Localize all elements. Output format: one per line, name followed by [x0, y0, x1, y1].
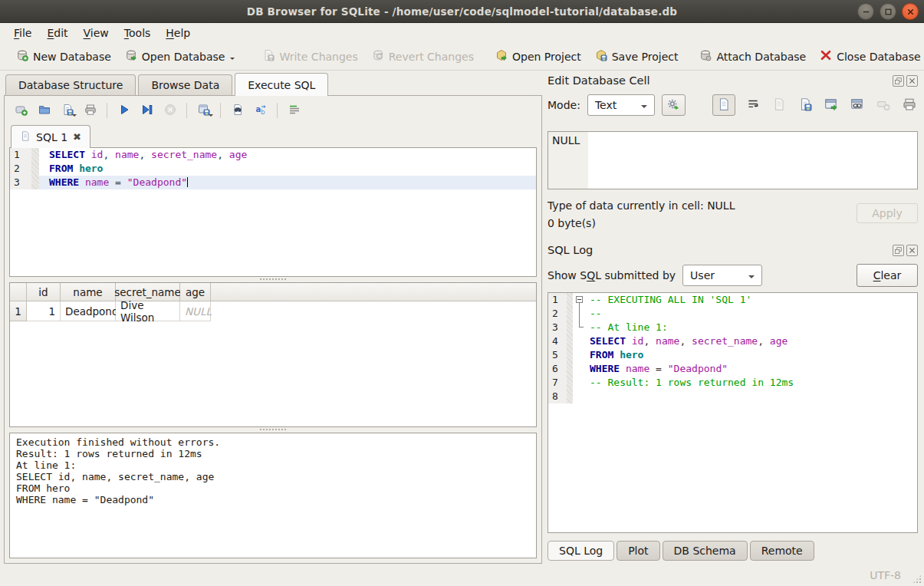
float-dock-icon[interactable]: [893, 75, 904, 87]
close-dock-icon[interactable]: [906, 75, 918, 87]
window-title: DB Browser for SQLite - /home/user/code/…: [247, 5, 677, 18]
find-replace-button[interactable]: [227, 101, 248, 120]
execute-current-line-icon: [141, 104, 153, 118]
export-data-button[interactable]: [797, 96, 814, 114]
chevron-down-icon[interactable]: [209, 114, 213, 119]
float-dock-icon[interactable]: [893, 245, 904, 256]
minimize-button[interactable]: [857, 3, 874, 20]
main-area: Database StructureBrowse DataExecute SQL…: [0, 71, 924, 564]
table-cell[interactable]: NULL: [180, 301, 211, 321]
sql-log-view[interactable]: 1-- EXECUTING ALL IN 'SQL 1'2--3-- At li…: [547, 292, 918, 533]
save-results-button[interactable]: [193, 101, 214, 120]
code-text: -- Result: 1 rows returned in 12ms: [587, 376, 917, 390]
collapse-icon[interactable]: [576, 296, 583, 303]
save-sql-file-button[interactable]: [57, 101, 77, 120]
maximize-button[interactable]: [880, 3, 896, 20]
fold-margin: [567, 376, 573, 390]
open-sql-file-button[interactable]: [34, 101, 54, 120]
sql-tab[interactable]: SQL 1 ✖: [11, 125, 90, 148]
chevron-down-icon: [641, 105, 647, 111]
cell-value-editor[interactable]: NULL: [547, 131, 918, 189]
execute-current-line-button[interactable]: [136, 101, 157, 120]
fold-marker[interactable]: [573, 293, 587, 307]
execute-all-button[interactable]: [113, 101, 134, 120]
splitter-results-status[interactable]: [9, 427, 537, 433]
dock-buttons: [893, 75, 918, 87]
save-project-button[interactable]: Save Project: [588, 46, 686, 67]
resize-grip-icon[interactable]: [912, 574, 922, 584]
code-token: ,: [217, 149, 229, 160]
open-database-button[interactable]: Open Database: [118, 46, 242, 67]
filter-label: Show SQL submitted by: [547, 269, 676, 281]
close-button[interactable]: [902, 3, 919, 20]
code-line: 6WHERE name = "Deadpond": [548, 362, 917, 376]
table-cell[interactable]: Dive Wilson: [116, 301, 180, 321]
menu-edit[interactable]: Edit: [39, 25, 75, 41]
mode-value: Text: [595, 99, 617, 111]
fold-line: [579, 307, 580, 321]
table-row[interactable]: 11DeadpondDive WilsonNULL: [10, 301, 536, 321]
fold-margin: [567, 348, 573, 362]
attach-database-button[interactable]: Attach Database: [692, 46, 813, 67]
results-table[interactable]: idnamesecret_nameage11DeadpondDive Wilso…: [9, 282, 537, 427]
fold-margin: [31, 148, 39, 162]
print-sql-button[interactable]: [80, 101, 100, 120]
row-header[interactable]: 1: [10, 301, 27, 321]
dock-tab-db-schema[interactable]: DB Schema: [663, 541, 748, 561]
column-header-id[interactable]: id: [27, 283, 61, 301]
menu-view[interactable]: View: [76, 25, 117, 41]
new-sql-tab-button[interactable]: [11, 101, 31, 120]
line-number: 2: [548, 307, 567, 321]
close-sql-tab-icon[interactable]: ✖: [73, 131, 81, 143]
execute-sql-page: ab SQL 1 ✖ 1SELECT id, name, secret_name…: [4, 95, 542, 564]
apply-mode-button[interactable]: [662, 94, 686, 116]
open-project-button[interactable]: Open Project: [488, 46, 588, 67]
toolbar-separator: [220, 103, 221, 118]
menu-file[interactable]: File: [6, 25, 39, 41]
menu-tools[interactable]: Tools: [117, 25, 159, 41]
splitter-editor-results[interactable]: [9, 277, 537, 282]
column-header-name[interactable]: name: [61, 283, 116, 301]
close-dock-icon[interactable]: [906, 245, 918, 256]
table-cell[interactable]: Deadpond: [61, 301, 116, 321]
sql-editor[interactable]: 1SELECT id, name, secret_name, age2FROM …: [9, 147, 537, 277]
chevron-down-icon[interactable]: [230, 58, 235, 62]
menu-help[interactable]: Help: [158, 25, 198, 41]
revert-changes-button: Revert Changes: [365, 46, 481, 67]
submitted-by-select[interactable]: User: [682, 265, 762, 286]
code-token: SELECT: [49, 149, 85, 160]
sql-log-title: SQL Log: [547, 244, 593, 256]
clear-log-button[interactable]: Clear: [857, 264, 918, 287]
apply-button[interactable]: Apply: [857, 203, 918, 223]
new-database-button[interactable]: New Database: [9, 46, 118, 67]
print-cell-button[interactable]: [901, 96, 918, 114]
tab-database-structure[interactable]: Database Structure: [5, 74, 136, 95]
dock-tab-remote[interactable]: Remote: [750, 541, 814, 561]
fold-marker: [573, 390, 587, 403]
close-icon: [905, 6, 916, 18]
right-dock: Edit Database Cell Mode: Text NULL: [542, 71, 924, 564]
code-token: name: [115, 149, 139, 160]
word-wrap-button[interactable]: [745, 96, 761, 114]
dock-tab-sql-log[interactable]: SQL Log: [547, 541, 614, 561]
close-database-button[interactable]: Close Database: [813, 46, 924, 67]
code-text: -- At line 1:: [587, 321, 917, 334]
tab-browse-data[interactable]: Browse Data: [138, 74, 232, 95]
code-text: WHERE name = "Deadpond": [39, 176, 536, 189]
tab-execute-sql[interactable]: Execute SQL: [235, 73, 328, 96]
sql-log-dock-header: SQL Log: [547, 242, 918, 258]
code-token: =: [109, 176, 127, 188]
dock-tab-plot[interactable]: Plot: [617, 541, 659, 561]
copy-link-button[interactable]: [849, 96, 866, 114]
cell-edit-area[interactable]: [588, 132, 917, 189]
text-mode-button[interactable]: [712, 94, 735, 116]
cell-editor-icons: [712, 94, 918, 116]
open-external-button[interactable]: [823, 96, 840, 114]
format-sql-button[interactable]: ab: [250, 101, 271, 120]
column-header-age[interactable]: age: [180, 283, 211, 301]
chevron-down-icon[interactable]: [72, 114, 77, 119]
toolbar-separator: [186, 103, 187, 118]
toggle-comment-button[interactable]: [284, 101, 304, 120]
mode-select[interactable]: Text: [587, 94, 655, 116]
table-cell[interactable]: 1: [27, 301, 61, 321]
